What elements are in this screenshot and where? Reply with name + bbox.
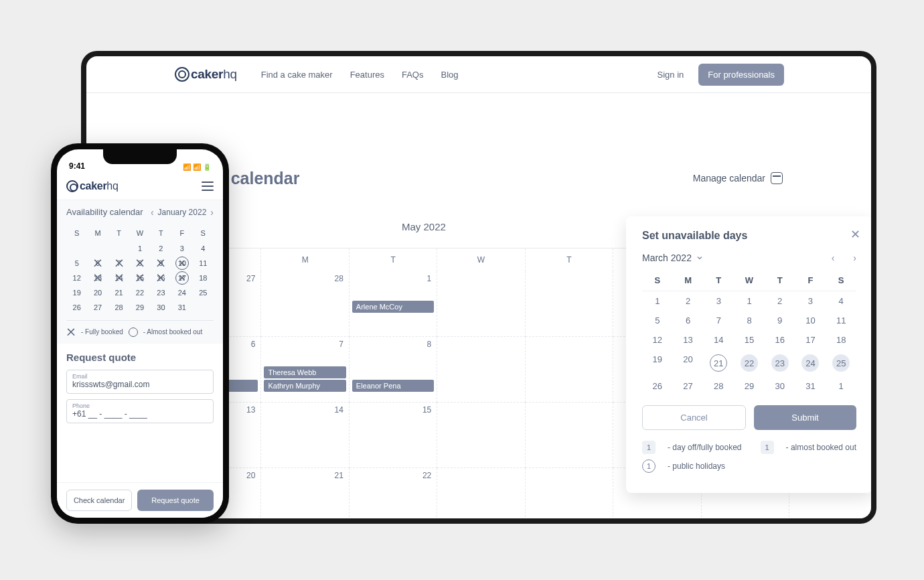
phone-calendar-day[interactable]: 26 [66,300,87,315]
submit-button[interactable]: Submit [754,405,856,430]
mini-calendar-day[interactable]: 8 [734,311,765,330]
phone-calendar-day[interactable]: 25 [193,285,214,300]
mini-calendar-day[interactable]: 24 [795,350,826,376]
phone-calendar-day[interactable]: 3 [171,241,192,256]
event-pill[interactable]: Arlene McCoy [352,301,434,313]
phone-calendar-day[interactable] [87,241,108,256]
phone-calendar-day[interactable]: 27 [87,300,108,315]
calendar-cell[interactable] [526,468,613,518]
mini-calendar-day[interactable]: 7 [703,311,734,330]
mini-calendar-day[interactable]: 17 [795,330,826,350]
phone-calendar-day[interactable]: 7 [108,256,129,271]
request-quote-button[interactable]: Request quote [137,490,214,511]
phone-calendar-day[interactable]: 1 [129,241,150,256]
cancel-button[interactable]: Cancel [642,405,746,430]
mini-calendar-day[interactable]: 15 [734,330,765,350]
calendar-cell[interactable]: 7 Theresa Webb Kathryn Murphy [261,337,349,403]
mini-calendar-day[interactable]: 30 [765,376,795,396]
email-field[interactable]: Email krissswts@gmail.com [66,370,214,394]
event-pill[interactable]: Kathryn Murphy [264,380,345,392]
mini-calendar-day[interactable]: 19 [642,350,673,376]
phone-calendar-day[interactable]: 14 [108,271,129,285]
mini-calendar-day[interactable]: 21 [703,350,734,376]
phone-calendar-day[interactable]: 31 [171,300,192,315]
calendar-cell[interactable]: 22 [350,468,437,518]
phone-calendar-day[interactable]: 8 [129,256,150,271]
mini-calendar-day[interactable]: 25 [826,350,856,376]
phone-calendar-day[interactable]: 28 [108,300,129,315]
phone-calendar-day[interactable]: 13 [87,271,108,285]
close-button[interactable]: ✕ [850,227,860,242]
calendar-cell[interactable] [437,271,525,337]
phone-calendar-day[interactable]: 21 [108,285,129,300]
phone-calendar-day[interactable]: 16 [151,271,171,285]
phone-calendar-day[interactable]: 6 [87,256,108,271]
mini-calendar-day[interactable]: 29 [734,376,765,396]
calendar-cell[interactable] [526,271,613,337]
nav-blog[interactable]: Blog [441,70,458,80]
mini-calendar-day[interactable]: 10 [795,311,826,330]
phone-field[interactable]: Phone +61 __ - ____ - ____ [66,399,214,423]
mini-calendar-day[interactable]: 1 [642,291,673,311]
phone-calendar-day[interactable]: 24 [171,285,192,300]
mini-calendar-day[interactable]: 1 [826,376,856,396]
mini-calendar-day[interactable]: 5 [642,311,673,330]
hamburger-menu-button[interactable] [202,182,214,191]
check-calendar-button[interactable]: Check calendar [66,490,132,511]
for-professionals-button[interactable]: For professionals [698,64,784,86]
calendar-cell[interactable] [437,468,525,518]
event-pill[interactable]: Theresa Webb [264,366,345,378]
mini-calendar-day[interactable]: 1 [734,291,765,311]
phone-calendar-day[interactable] [193,300,214,315]
phone-calendar-day[interactable]: 10 [171,256,192,271]
mini-calendar-day[interactable]: 4 [826,291,856,311]
calendar-cell[interactable]: 21 [261,468,349,518]
mini-calendar-day[interactable]: 18 [826,330,856,350]
mini-calendar-day[interactable]: 28 [703,376,734,396]
phone-calendar-day[interactable]: 2 [151,241,171,256]
event-pill[interactable]: Eleanor Pena [352,380,434,392]
prev-month-button[interactable]: ‹ [832,252,835,263]
mini-calendar-day[interactable]: 27 [673,376,704,396]
phone-calendar-day[interactable]: 5 [66,256,87,271]
calendar-cell[interactable] [526,403,613,468]
phone-calendar-day[interactable]: 4 [193,241,214,256]
mini-calendar-day[interactable]: 2 [765,291,795,311]
phone-calendar-day[interactable]: 12 [66,271,87,285]
phone-calendar-day[interactable]: 11 [193,256,214,271]
phone-calendar-day[interactable]: 22 [129,285,150,300]
brand-logo[interactable]: cakerhq [175,67,237,82]
calendar-cell[interactable]: 8 Eleanor Pena [350,337,437,403]
phone-calendar-day[interactable]: 18 [193,271,214,285]
mini-calendar-day[interactable]: 22 [734,350,765,376]
calendar-cell[interactable] [526,337,613,403]
mini-calendar-day[interactable]: 12 [642,330,673,350]
nav-faqs[interactable]: FAQs [402,70,424,80]
calendar-cell[interactable]: 14 [261,403,349,468]
mini-calendar-day[interactable]: 6 [673,311,704,330]
mini-calendar-day[interactable]: 2 [673,291,704,311]
phone-calendar-day[interactable]: 23 [151,285,171,300]
next-month-button[interactable]: › [853,252,856,263]
popover-month-selector[interactable]: March 2022 [642,252,704,263]
nav-find-maker[interactable]: Find a cake maker [261,70,333,80]
phone-calendar-day[interactable]: 15 [129,271,150,285]
mini-calendar-day[interactable]: 3 [703,291,734,311]
mini-calendar-day[interactable]: 3 [795,291,826,311]
mini-calendar-day[interactable]: 20 [673,350,704,376]
brand-logo[interactable]: cakerhq [66,180,119,192]
mini-calendar-day[interactable]: 16 [765,330,795,350]
next-month-button[interactable]: › [210,207,214,218]
phone-calendar-day[interactable]: 20 [87,285,108,300]
phone-calendar-day[interactable]: 19 [66,285,87,300]
phone-calendar-day[interactable]: 17 [171,271,192,285]
calendar-cell[interactable]: 28 [261,271,349,337]
mini-calendar-day[interactable]: 13 [673,330,704,350]
calendar-cell[interactable]: 1 Arlene McCoy [350,271,437,337]
mini-calendar-day[interactable]: 11 [826,311,856,330]
mini-calendar-day[interactable]: 26 [642,376,673,396]
nav-features[interactable]: Features [350,70,384,80]
manage-calendar-link[interactable]: Manage calendar [693,172,783,184]
phone-calendar-day[interactable] [108,241,129,256]
calendar-cell[interactable] [437,337,525,403]
